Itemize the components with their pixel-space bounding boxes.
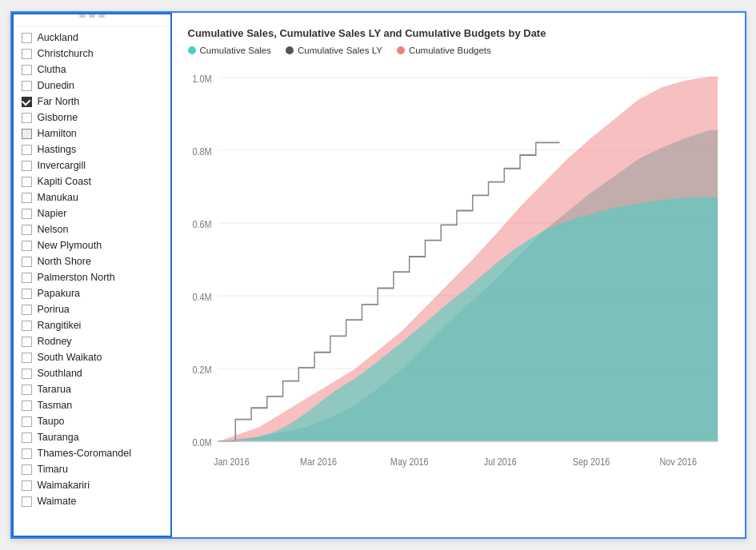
city-checkbox[interactable] (22, 496, 32, 507)
city-checkbox[interactable] (22, 97, 32, 107)
city-name: Tauranga (38, 432, 79, 443)
svg-text:0.8M: 0.8M (192, 145, 211, 157)
city-list-item[interactable]: Manukau (14, 189, 170, 205)
legend-dot (397, 46, 405, 54)
city-checkbox[interactable] (22, 401, 32, 411)
city-checkbox[interactable] (22, 321, 32, 331)
city-list-item[interactable]: Rangitikei (14, 317, 170, 333)
city-list-item[interactable]: Timaru (14, 461, 170, 477)
city-checkbox[interactable] (22, 145, 32, 155)
city-list-item[interactable]: Taupo (14, 413, 170, 429)
city-list-item[interactable]: Napier (14, 205, 170, 221)
city-checkbox[interactable] (22, 385, 32, 395)
city-name: Hamilton (38, 128, 77, 139)
city-checkbox[interactable] (22, 257, 32, 267)
city-name: Tararua (38, 384, 71, 395)
city-name: South Waikato (38, 352, 102, 363)
svg-text:0.0M: 0.0M (192, 436, 211, 448)
city-checkbox[interactable] (22, 81, 32, 91)
city-name: Napier (38, 208, 67, 219)
city-name: Palmerston North (38, 272, 115, 283)
city-checkbox[interactable] (22, 193, 32, 203)
city-list-item[interactable]: Tauranga (14, 429, 170, 445)
city-list-item[interactable]: North Shore (14, 253, 170, 269)
svg-text:0.2M: 0.2M (192, 364, 211, 376)
city-list-item[interactable]: Waimakariri (14, 477, 170, 493)
legend-item: Cumulative Budgets (397, 46, 491, 55)
city-list-item[interactable]: Dunedin (14, 78, 170, 94)
city-checkbox[interactable] (22, 161, 32, 171)
city-checkbox[interactable] (22, 353, 32, 363)
city-list-item[interactable]: Clutha (14, 62, 170, 78)
legend-label: Cumulative Sales LY (298, 46, 382, 55)
city-list-item[interactable]: Christchurch (14, 46, 170, 62)
city-list-item[interactable]: Hastings (14, 141, 170, 157)
city-list[interactable]: AucklandChristchurchCluthaDunedinFar Nor… (14, 26, 170, 536)
city-list-item[interactable]: Thames-Coromandel (14, 445, 170, 461)
city-name: Southland (38, 368, 82, 379)
legend-label: Cumulative Sales (200, 46, 271, 55)
city-list-item[interactable]: Rodney (14, 333, 170, 349)
city-list-item[interactable]: New Plymouth (14, 237, 170, 253)
city-checkbox[interactable] (22, 209, 32, 219)
city-list-item[interactable]: Tasman (14, 397, 170, 413)
city-checkbox[interactable] (22, 129, 32, 139)
city-list-item[interactable]: Papakura (14, 285, 170, 301)
city-checkbox[interactable] (22, 464, 32, 475)
resize-handle[interactable] (79, 14, 105, 18)
city-checkbox[interactable] (22, 337, 32, 347)
svg-text:Jul 2016: Jul 2016 (483, 456, 516, 468)
city-checkbox[interactable] (22, 273, 32, 283)
city-checkbox[interactable] (22, 369, 32, 379)
city-list-item[interactable]: Auckland (14, 30, 170, 46)
left-panel: AucklandChristchurchCluthaDunedinFar Nor… (12, 13, 172, 537)
city-list-item[interactable]: Invercargill (14, 157, 170, 173)
svg-text:Jan 2016: Jan 2016 (214, 456, 250, 468)
city-name: Papakura (38, 288, 81, 299)
city-checkbox[interactable] (22, 177, 32, 187)
city-name: Gisborne (38, 112, 78, 123)
city-name: Kapiti Coast (38, 176, 91, 187)
city-name: Taupo (38, 416, 65, 427)
city-list-item[interactable]: Far North (14, 94, 170, 110)
city-name: Waimate (38, 496, 77, 507)
city-name: Rodney (38, 336, 72, 347)
city-checkbox[interactable] (22, 33, 32, 43)
city-list-item[interactable]: Palmerston North (14, 269, 170, 285)
svg-marker-14 (218, 197, 718, 441)
city-list-item[interactable]: Waimate (14, 493, 170, 509)
legend-label: Cumulative Budgets (409, 46, 491, 55)
legend-dot (286, 46, 294, 54)
city-list-item[interactable]: Tararua (14, 381, 170, 397)
city-list-item[interactable]: Porirua (14, 301, 170, 317)
city-checkbox[interactable] (22, 225, 32, 235)
city-checkbox[interactable] (22, 305, 32, 315)
city-checkbox[interactable] (22, 65, 32, 75)
city-name: Auckland (38, 32, 78, 43)
city-name: Waimakariri (38, 480, 90, 491)
city-list-item[interactable]: Nelson (14, 221, 170, 237)
city-list-item[interactable]: Southland (14, 365, 170, 381)
city-list-item[interactable]: Gisborne (14, 110, 170, 126)
city-checkbox[interactable] (22, 480, 32, 491)
chart-title: Cumulative Sales, Cumulative Sales LY an… (188, 27, 726, 39)
city-checkbox[interactable] (22, 432, 32, 443)
city-name: Dunedin (38, 80, 75, 91)
city-checkbox[interactable] (22, 289, 32, 299)
city-checkbox[interactable] (22, 448, 32, 459)
city-list-item[interactable]: Kapiti Coast (14, 173, 170, 189)
svg-text:Mar 2016: Mar 2016 (300, 456, 337, 468)
city-list-item[interactable]: Hamilton (14, 126, 170, 141)
chart-legend: Cumulative SalesCumulative Sales LYCumul… (188, 46, 726, 55)
svg-text:Sep 2016: Sep 2016 (572, 456, 610, 468)
city-checkbox[interactable] (22, 241, 32, 251)
city-name: Nelson (38, 224, 69, 235)
city-checkbox[interactable] (22, 113, 32, 123)
city-checkbox[interactable] (22, 49, 32, 59)
city-name: Tasman (38, 400, 73, 411)
svg-text:1.0M: 1.0M (192, 73, 211, 85)
city-checkbox[interactable] (22, 416, 32, 427)
city-list-item[interactable]: South Waikato (14, 349, 170, 365)
main-container: AucklandChristchurchCluthaDunedinFar Nor… (10, 11, 746, 539)
city-name: Manukau (38, 192, 78, 203)
